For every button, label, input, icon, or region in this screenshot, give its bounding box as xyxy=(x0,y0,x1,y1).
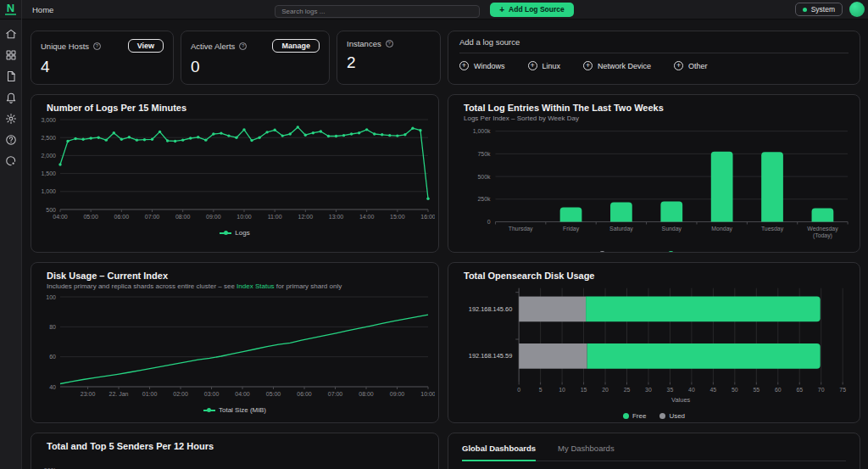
add-log-source-button[interactable]: + Add Log Source xyxy=(490,3,573,17)
svg-text:75: 75 xyxy=(839,387,846,393)
legend-item-total-size-mib-[interactable]: Total Size (MiB) xyxy=(203,406,266,414)
tab-my-dashboards[interactable]: My Dashboards xyxy=(558,444,615,461)
log-entries-two-weeks-card: Total Log Entries Within The Last Two We… xyxy=(448,94,860,253)
add-source-option-linux[interactable]: +Linux xyxy=(528,61,561,70)
legend-item-logs[interactable]: Logs xyxy=(220,229,249,237)
svg-text:100: 100 xyxy=(46,294,56,300)
legend-item-used[interactable]: Used xyxy=(659,412,685,420)
top-senders-title: Total and Top 5 Senders Per 12 Hours xyxy=(35,441,435,451)
svg-text:1,500: 1,500 xyxy=(41,170,56,176)
opensearch-disk-card: Total Opensearch Disk Usage 051015202530… xyxy=(448,262,860,423)
log-entries-legend: Previous WeekThis Week xyxy=(452,250,856,253)
svg-text:0: 0 xyxy=(517,387,520,393)
legend-line-icon xyxy=(220,232,231,234)
stat-value: 2 xyxy=(347,53,431,72)
svg-text:Saturday: Saturday xyxy=(609,226,633,232)
home-icon[interactable] xyxy=(5,28,17,40)
svg-text:04:00: 04:00 xyxy=(235,391,250,397)
disk-usage-index-card: Disk Usage – Current Index Includes prim… xyxy=(31,262,439,423)
svg-text:23:00: 23:00 xyxy=(81,391,96,397)
svg-text:10:00: 10:00 xyxy=(236,214,252,220)
view-button[interactable]: View xyxy=(128,39,164,53)
stat-card-header: Unique Hosts?View xyxy=(41,39,164,53)
logs-per-15-legend: Logs xyxy=(35,229,435,237)
top-senders-chart-canvas: 800k xyxy=(35,451,435,469)
charts-row-3: Total and Top 5 Senders Per 12 Hours 800… xyxy=(31,433,860,469)
alerts-icon[interactable] xyxy=(5,92,17,103)
svg-text:(Today): (Today) xyxy=(813,232,832,239)
info-tooltip-icon[interactable]: ? xyxy=(239,42,247,50)
svg-text:40: 40 xyxy=(49,384,56,390)
charts-row-2: Disk Usage – Current Index Includes prim… xyxy=(31,262,860,423)
svg-text:05:00: 05:00 xyxy=(266,391,281,397)
circled-plus-icon: + xyxy=(583,61,593,70)
add-source-option-network-device[interactable]: +Network Device xyxy=(583,61,651,70)
svg-text:13:00: 13:00 xyxy=(329,214,344,220)
add-source-option-windows[interactable]: +Windows xyxy=(459,61,505,70)
svg-text:2,500: 2,500 xyxy=(41,135,56,141)
stat-value: 4 xyxy=(41,58,164,76)
logs-icon[interactable] xyxy=(5,70,17,82)
logs-per-15-card: Number of Logs Per 15 Minutes 5001,0001,… xyxy=(31,94,439,253)
circled-plus-icon: + xyxy=(459,61,469,70)
svg-text:0: 0 xyxy=(487,219,491,225)
user-avatar[interactable] xyxy=(849,2,865,17)
svg-text:500: 500 xyxy=(46,207,56,213)
legend-label: Total Size (MiB) xyxy=(219,406,266,414)
svg-text:08:00: 08:00 xyxy=(359,391,374,397)
legend-item-this-week[interactable]: This Week xyxy=(668,250,709,253)
search-wrap xyxy=(275,2,480,18)
legend-dot-icon xyxy=(668,251,674,253)
svg-text:04:00: 04:00 xyxy=(53,214,68,220)
svg-text:Wednesday: Wednesday xyxy=(807,226,838,232)
add-source-options: +Windows+Linux+Network Device+Other xyxy=(459,61,849,70)
active-alerts-card: Active Alerts?Manage0 xyxy=(181,31,330,85)
stat-label: Unique Hosts xyxy=(41,42,89,51)
dashboards-panel: Global Dashboards My Dashboards xyxy=(448,433,860,469)
legend-item-free[interactable]: Free xyxy=(623,412,646,420)
system-status-button[interactable]: System xyxy=(795,3,843,16)
charts-row-1: Number of Logs Per 15 Minutes 5001,0001,… xyxy=(31,94,860,253)
svg-text:3,000: 3,000 xyxy=(41,117,56,123)
add-source-option-other[interactable]: +Other xyxy=(674,61,708,70)
app-logo[interactable]: N xyxy=(0,0,22,20)
legend-line-icon xyxy=(203,410,215,411)
support-icon[interactable] xyxy=(5,155,17,167)
info-tooltip-icon[interactable]: ? xyxy=(93,42,101,50)
help-icon[interactable] xyxy=(5,134,17,146)
dashboards-icon[interactable] xyxy=(5,49,17,61)
add-source-option-label: Network Device xyxy=(598,62,651,70)
chart2-svg: 40608010023:0022. Jan01:0002:0003:0004:0… xyxy=(35,290,435,402)
svg-text:35: 35 xyxy=(667,387,674,393)
svg-text:01:00: 01:00 xyxy=(142,391,158,397)
index-status-link[interactable]: Index Status xyxy=(236,282,274,290)
svg-text:09:00: 09:00 xyxy=(390,391,405,397)
search-input[interactable] xyxy=(275,5,480,18)
log-entries-chart-canvas: 0250k500k750k1,000kThursdayFridaySaturda… xyxy=(452,122,856,249)
breadcrumb-home[interactable]: Home xyxy=(32,5,53,14)
logo-n: N xyxy=(7,3,14,13)
settings-icon[interactable] xyxy=(5,113,17,125)
svg-text:07:00: 07:00 xyxy=(145,214,160,220)
top-senders-card: Total and Top 5 Senders Per 12 Hours 800… xyxy=(31,433,439,469)
stat-value: 0 xyxy=(191,58,320,76)
manage-button[interactable]: Manage xyxy=(272,39,320,53)
svg-text:Thursday: Thursday xyxy=(509,226,533,232)
disk-usage-title: Disk Usage – Current Index xyxy=(35,271,435,281)
log-entries-subtitle: Logs Per Index – Sorted by Week Day xyxy=(452,114,856,122)
disk-usage-subtitle-suffix: for primary shard only xyxy=(275,282,342,290)
svg-text:08:00: 08:00 xyxy=(175,214,191,220)
main-content: Unique Hosts?View4 Active Alerts?Manage0… xyxy=(22,20,868,469)
svg-text:05:00: 05:00 xyxy=(83,214,98,220)
logo-underline xyxy=(5,14,16,15)
tab-global-dashboards[interactable]: Global Dashboards xyxy=(462,444,536,461)
opensearch-disk-chart-canvas: 051015202530354045505560657075192.168.14… xyxy=(452,281,856,411)
add-source-option-label: Other xyxy=(688,62,708,70)
info-tooltip-icon[interactable]: ? xyxy=(386,40,393,47)
logs-per-15-title: Number of Logs Per 15 Minutes xyxy=(35,103,435,113)
svg-text:30: 30 xyxy=(645,387,652,393)
stat-card-header: Active Alerts?Manage xyxy=(191,39,320,53)
svg-text:11:00: 11:00 xyxy=(268,214,282,220)
add-source-option-label: Linux xyxy=(542,62,561,70)
legend-item-previous-week[interactable]: Previous Week xyxy=(599,250,654,253)
